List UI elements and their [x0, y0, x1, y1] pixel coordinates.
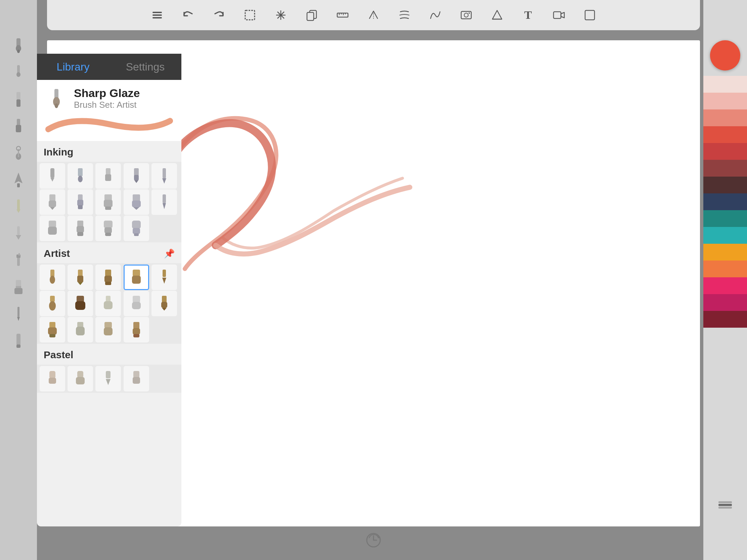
color-swatch[interactable] — [703, 294, 747, 311]
brush-cell[interactable] — [124, 189, 149, 215]
curve-button[interactable] — [425, 5, 445, 25]
brush-cell[interactable] — [124, 317, 149, 342]
svg-point-35 — [17, 146, 21, 151]
color-swatch[interactable] — [703, 109, 747, 126]
brush-cell[interactable] — [68, 189, 93, 215]
brush-cell[interactable] — [68, 366, 93, 392]
brush-cell[interactable] — [40, 163, 65, 189]
svg-rect-98 — [105, 282, 111, 285]
undo-button[interactable] — [178, 5, 198, 25]
brush-cell[interactable] — [152, 189, 177, 215]
brush-cell[interactable] — [68, 216, 93, 241]
svg-rect-121 — [133, 322, 139, 329]
svg-rect-112 — [161, 302, 167, 308]
brush-cell[interactable] — [68, 163, 93, 189]
current-color-button[interactable] — [710, 40, 740, 71]
svg-rect-64 — [162, 168, 166, 178]
svg-rect-90 — [134, 233, 139, 236]
color-swatch[interactable] — [703, 227, 747, 244]
blend-tool[interactable] — [6, 114, 31, 138]
brush-cell[interactable] — [95, 216, 121, 241]
copy-button[interactable] — [302, 5, 322, 25]
brush-cell[interactable] — [95, 189, 121, 215]
gallery-button[interactable] — [147, 5, 167, 25]
symmetry-button[interactable] — [363, 5, 384, 25]
svg-rect-107 — [106, 296, 110, 302]
brush-cell[interactable] — [40, 189, 65, 215]
layers-button[interactable] — [703, 489, 747, 520]
svg-rect-43 — [17, 255, 21, 258]
color-swatch[interactable] — [703, 160, 747, 177]
svg-rect-9 — [307, 12, 314, 21]
color-swatch[interactable] — [703, 210, 747, 227]
brush-cell[interactable] — [68, 265, 93, 290]
brush-cell-selected[interactable] — [124, 265, 149, 290]
brush-cell[interactable] — [68, 291, 93, 316]
brush-cell[interactable] — [68, 317, 93, 342]
color-swatch[interactable] — [703, 277, 747, 294]
brush-cell[interactable] — [152, 163, 177, 189]
airbrush-tool[interactable] — [6, 248, 31, 273]
stamp-tool[interactable] — [6, 275, 31, 299]
brush-cell[interactable] — [95, 366, 121, 392]
tab-settings[interactable]: Settings — [109, 54, 181, 80]
color-swatch[interactable] — [703, 311, 747, 328]
brush-list[interactable]: Inking — [37, 141, 181, 527]
sync-button[interactable] — [362, 529, 385, 552]
brush-cell[interactable] — [124, 163, 149, 189]
brush-cell[interactable] — [152, 265, 177, 290]
color-swatch[interactable] — [703, 126, 747, 143]
calligraphy-tool[interactable] — [6, 221, 31, 246]
color-swatch[interactable] — [703, 143, 747, 160]
svg-rect-130 — [133, 371, 139, 378]
photo-button[interactable] — [456, 5, 476, 25]
pen-tool[interactable] — [6, 195, 31, 219]
brush-cell[interactable] — [40, 265, 65, 290]
fill-tool[interactable] — [6, 168, 31, 192]
brush-cell[interactable] — [95, 291, 121, 316]
perspective-button[interactable] — [487, 5, 507, 25]
section-header-pastel: Pastel — [37, 344, 181, 365]
svg-rect-16 — [461, 11, 471, 19]
color-swatch[interactable] — [703, 177, 747, 193]
brush-cell[interactable] — [152, 291, 177, 316]
svg-rect-99 — [133, 270, 140, 276]
ruler-button[interactable] — [333, 5, 353, 25]
color-swatch[interactable] — [703, 93, 747, 109]
brush-cell[interactable] — [95, 317, 121, 342]
brush-cell[interactable] — [124, 216, 149, 241]
color-swatch[interactable] — [703, 193, 747, 210]
svg-rect-70 — [77, 200, 83, 206]
tab-library[interactable]: Library — [37, 54, 109, 80]
smudge-tool[interactable] — [6, 60, 31, 85]
redo-button[interactable] — [209, 5, 229, 25]
svg-rect-97 — [104, 276, 112, 282]
select-button[interactable] — [240, 5, 260, 25]
text-button[interactable]: T — [518, 5, 538, 25]
liner-tool[interactable] — [6, 302, 31, 326]
brush-cell[interactable] — [95, 163, 121, 189]
color-swatch[interactable] — [703, 244, 747, 261]
color-swatch[interactable] — [703, 76, 747, 93]
color-swatch[interactable] — [703, 261, 747, 277]
brush-cell[interactable] — [95, 265, 121, 290]
right-sidebar — [703, 0, 747, 560]
brush-cell[interactable] — [40, 317, 65, 342]
svg-rect-81 — [48, 226, 57, 235]
brush-cell[interactable] — [40, 366, 65, 392]
marker-tool[interactable] — [6, 329, 31, 353]
transform-button[interactable] — [271, 5, 291, 25]
brush-cell[interactable] — [40, 216, 65, 241]
brush-cell[interactable] — [124, 366, 149, 392]
svg-rect-73 — [104, 200, 112, 207]
video-button[interactable] — [549, 5, 569, 25]
svg-rect-44 — [19, 253, 20, 256]
eraser-tool[interactable] — [6, 87, 31, 111]
eyedropper-tool[interactable] — [6, 141, 31, 165]
brush-cell[interactable] — [124, 291, 149, 316]
warp-button[interactable] — [394, 5, 414, 25]
crop-button[interactable] — [580, 5, 600, 25]
brush-cell[interactable] — [40, 291, 65, 316]
pin-icon[interactable]: 📌 — [164, 248, 175, 259]
brush-tool[interactable] — [6, 33, 31, 58]
